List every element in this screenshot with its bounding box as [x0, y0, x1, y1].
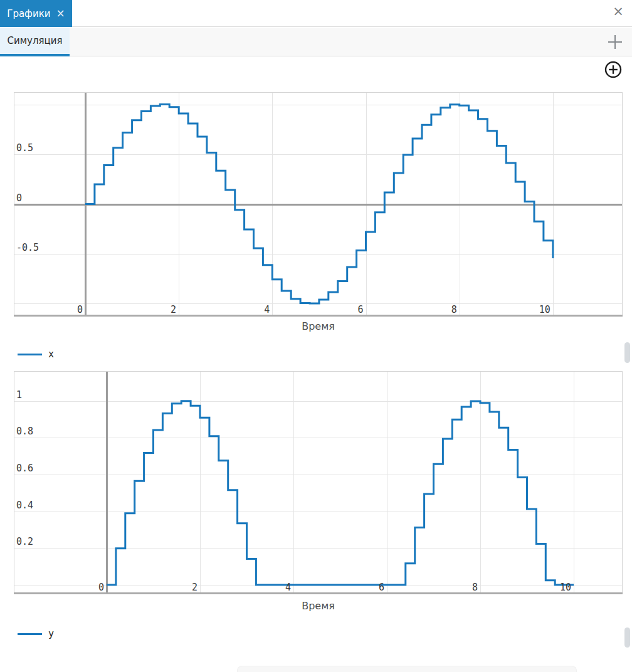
y-tick-label: 1: [16, 389, 22, 401]
tab-strip: Симуляция: [0, 28, 632, 56]
tab-close-icon[interactable]: ×: [56, 8, 65, 19]
x-tick-label: 2: [171, 304, 176, 315]
x-tick-label: 4: [285, 582, 291, 593]
x-tick-label: 2: [192, 582, 198, 593]
legend-series-label: y: [48, 628, 54, 639]
x-tick-label: 8: [451, 304, 457, 315]
legend-series-label: x: [48, 349, 54, 360]
window-close-icon[interactable]: ×: [612, 5, 624, 18]
x-tick-label: 6: [379, 582, 384, 593]
y-tick-label: 0: [16, 192, 22, 204]
x-tick-label: 8: [472, 582, 478, 593]
vertical-scrollbar-thumb[interactable]: [624, 342, 630, 363]
chart-x-axis-label: Время: [14, 320, 623, 332]
y-tick-label: 0.2: [16, 536, 33, 547]
x-tick-label: 10: [560, 582, 571, 593]
y-tick-label: -0.5: [16, 242, 39, 253]
vertical-scrollbar-thumb[interactable]: [624, 627, 630, 648]
y-tick-label: 0.8: [16, 426, 33, 437]
chart-y-plot-area[interactable]: 024681010.80.60.40.2: [14, 371, 623, 594]
plot-border: [14, 372, 623, 594]
series-step-line: [107, 401, 574, 585]
zoom-mode-circle-plus-icon[interactable]: [604, 60, 623, 79]
x-tick-label: 0: [98, 582, 104, 593]
window-tab-graphs[interactable]: Графики ×: [0, 0, 72, 27]
horizontal-scrollbar[interactable]: [237, 666, 577, 672]
window-tab-label: Графики: [7, 8, 50, 19]
y-tick-label: 0.4: [16, 500, 33, 511]
x-tick-label: 6: [357, 304, 363, 315]
legend-line-swatch: [18, 633, 42, 635]
y-tick-label: 0.6: [16, 463, 33, 474]
chart-y-legend: y: [18, 628, 54, 639]
x-tick-label: 10: [539, 304, 550, 315]
graph-window: Графики × × Симуляция 02468100.50-0.5 Вр…: [0, 0, 632, 672]
chart-y-axis-label: Время: [14, 600, 623, 612]
x-tick-label: 0: [77, 304, 83, 315]
legend-line-swatch: [18, 354, 42, 355]
tab-simulation[interactable]: Симуляция: [0, 28, 70, 56]
x-tick-label: 4: [264, 304, 270, 315]
chart-x-legend: x: [18, 349, 54, 360]
add-tab-plus-icon[interactable]: [608, 35, 622, 49]
window-titlebar: Графики × ×: [0, 0, 632, 27]
y-tick-label: 0.5: [16, 142, 33, 154]
chart-x-plot-area[interactable]: 02468100.50-0.5: [14, 92, 623, 317]
tab-simulation-label: Симуляция: [7, 35, 62, 46]
